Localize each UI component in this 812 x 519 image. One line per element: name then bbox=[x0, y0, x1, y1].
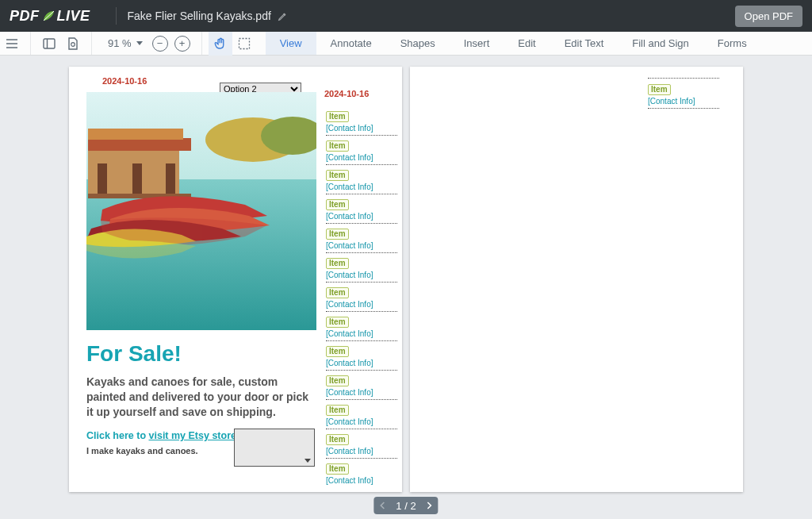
chevron-down-icon bbox=[136, 41, 143, 45]
svg-rect-9 bbox=[88, 138, 191, 151]
tear-item-label: Item bbox=[648, 84, 671, 95]
tear-contact-label: [Contact Info] bbox=[326, 417, 397, 426]
tear-contact-label: [Contact Info] bbox=[326, 153, 397, 162]
tear-contact-label: [Contact Info] bbox=[326, 388, 397, 397]
page-navigation: 1 / 2 bbox=[373, 497, 438, 514]
etsy-link[interactable]: visit my Etsy store bbox=[149, 430, 236, 441]
description-text: Kayaks and canoes for sale, custom paint… bbox=[86, 375, 316, 420]
tear-item-label: Item bbox=[326, 111, 349, 122]
tear-contact-label: [Contact Info] bbox=[326, 300, 397, 309]
tear-tab: Item[Contact Info] bbox=[326, 429, 397, 458]
tab-edit[interactable]: Edit bbox=[504, 32, 550, 55]
tab-view[interactable]: View bbox=[266, 32, 316, 55]
tear-contact-label: [Contact Info] bbox=[326, 183, 397, 191]
page-view-button[interactable] bbox=[61, 32, 85, 56]
app-header: PDF LIVE Fake Flier Selling Kayaks.pdf O… bbox=[0, 0, 812, 32]
etsy-prefix: Click here to bbox=[86, 430, 149, 441]
leaf-icon bbox=[41, 9, 56, 23]
header-divider bbox=[116, 7, 117, 25]
blank-dropdown[interactable] bbox=[234, 429, 315, 467]
tear-tab: Item[Contact Info] bbox=[326, 194, 397, 223]
tab-shapes[interactable]: Shapes bbox=[386, 32, 450, 55]
tab-insert[interactable]: Insert bbox=[450, 32, 504, 55]
app-logo: PDF LIVE bbox=[10, 8, 90, 25]
logo-text-live: LIVE bbox=[57, 8, 90, 25]
svg-rect-11 bbox=[98, 163, 107, 195]
tear-item-label: Item bbox=[326, 434, 349, 445]
svg-rect-10 bbox=[88, 129, 183, 140]
svg-rect-12 bbox=[132, 163, 142, 195]
tear-contact-label: [Contact Info] bbox=[326, 329, 397, 338]
svg-rect-13 bbox=[166, 163, 175, 195]
tear-tab: Item[Contact Info] bbox=[326, 399, 397, 429]
tear-contact-label: [Contact Info] bbox=[648, 97, 719, 106]
tear-item-label: Item bbox=[326, 229, 349, 240]
tear-item-label: Item bbox=[326, 170, 349, 181]
tear-item-label: Item bbox=[326, 199, 349, 210]
tab-forms[interactable]: Forms bbox=[703, 32, 761, 55]
file-name-text: Fake Flier Selling Kayaks.pdf bbox=[128, 10, 271, 22]
tear-item-label: Item bbox=[326, 346, 349, 357]
svg-rect-3 bbox=[239, 38, 249, 48]
page-indicator: 1 / 2 bbox=[391, 500, 420, 512]
tear-tab: Item[Contact Info] bbox=[326, 340, 397, 370]
hero-image bbox=[86, 92, 316, 330]
toolbar: 91 % − + View Annotate Shapes Insert Edi… bbox=[0, 32, 812, 56]
tab-annotate[interactable]: Annotate bbox=[316, 32, 386, 55]
zoom-value: 91 % bbox=[106, 37, 133, 49]
menu-button[interactable] bbox=[0, 32, 24, 56]
tear-tab: Item[Contact Info] bbox=[326, 282, 397, 311]
tear-item-label: Item bbox=[326, 405, 349, 416]
tear-tab: Item[Contact Info] bbox=[326, 106, 397, 135]
pdf-page-2: Item [Contact Info] bbox=[410, 67, 743, 492]
side-panel-button[interactable] bbox=[37, 32, 61, 56]
tear-contact-label: [Contact Info] bbox=[326, 271, 397, 279]
zoom-in-button[interactable]: + bbox=[174, 36, 190, 52]
tear-tab: Item[Contact Info] bbox=[326, 223, 397, 252]
tear-contact-label: [Contact Info] bbox=[326, 359, 397, 367]
tear-contact-label: [Contact Info] bbox=[326, 447, 397, 456]
file-name: Fake Flier Selling Kayaks.pdf bbox=[128, 10, 288, 22]
open-pdf-button[interactable]: Open PDF bbox=[735, 6, 802, 27]
marquee-tool-button[interactable] bbox=[232, 32, 256, 56]
tear-contact-label: [Contact Info] bbox=[326, 124, 397, 133]
svg-rect-0 bbox=[44, 39, 55, 48]
date-stamp-left: 2024-10-16 bbox=[102, 76, 147, 86]
tear-tab: Item[Contact Info] bbox=[326, 252, 397, 282]
tear-tab: Item[Contact Info] bbox=[326, 458, 397, 487]
tear-tab: Item[Contact Info] bbox=[326, 135, 397, 164]
tear-contact-label: [Contact Info] bbox=[326, 212, 397, 221]
tagline: I make kayaks and canoes. bbox=[86, 446, 198, 456]
pdf-page-1: 2024-10-16 Option 2 2024-10-16 bbox=[69, 67, 402, 492]
pencil-icon[interactable] bbox=[278, 11, 288, 21]
next-page-button[interactable] bbox=[421, 502, 439, 509]
tab-fill-sign[interactable]: Fill and Sign bbox=[618, 32, 703, 55]
pan-tool-button[interactable] bbox=[209, 32, 232, 56]
etsy-line[interactable]: Click here to visit my Etsy store! bbox=[86, 430, 239, 441]
prev-page-button[interactable] bbox=[373, 502, 391, 509]
tear-item-label: Item bbox=[326, 375, 349, 386]
tear-item-label: Item bbox=[326, 258, 349, 269]
zoom-out-button[interactable]: − bbox=[152, 36, 168, 52]
zoom-dropdown[interactable]: 91 % bbox=[103, 37, 146, 49]
tear-tab: Item[Contact Info] bbox=[326, 311, 397, 340]
headline-for-sale: For Sale! bbox=[86, 341, 182, 367]
tear-item-label: Item bbox=[326, 317, 349, 328]
tear-contact-label: [Contact Info] bbox=[326, 241, 397, 250]
tear-item-label: Item bbox=[326, 463, 349, 475]
page2-tab: Item [Contact Info] bbox=[648, 78, 719, 111]
date-stamp-right: 2024-10-16 bbox=[324, 89, 369, 98]
tab-edit-text[interactable]: Edit Text bbox=[550, 32, 619, 55]
workspace: 2024-10-16 Option 2 2024-10-16 bbox=[0, 56, 812, 519]
tear-item-label: Item bbox=[326, 287, 349, 298]
tear-item-label: Item bbox=[326, 140, 349, 152]
toolbar-tabs: View Annotate Shapes Insert Edit Edit Te… bbox=[266, 32, 761, 55]
tear-contact-label: [Contact Info] bbox=[326, 476, 397, 485]
tear-tabs-column: Item[Contact Info]Item[Contact Info]Item… bbox=[326, 106, 397, 487]
svg-point-2 bbox=[71, 42, 75, 46]
logo-text-pdf: PDF bbox=[10, 8, 40, 25]
tear-tab: Item[Contact Info] bbox=[326, 164, 397, 194]
tear-tab: Item[Contact Info] bbox=[326, 370, 397, 399]
